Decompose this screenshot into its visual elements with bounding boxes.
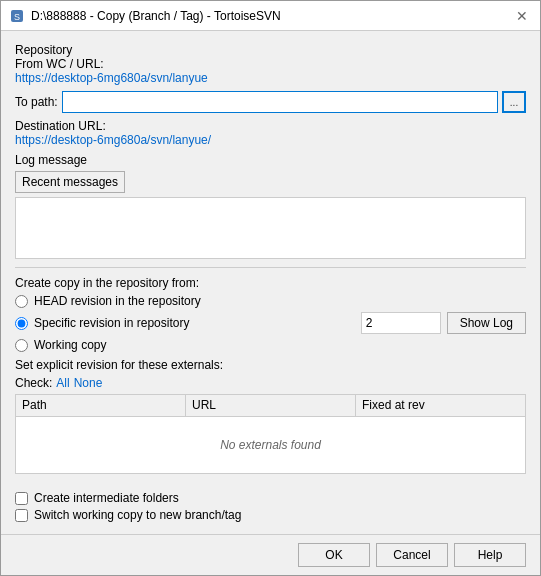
revision-input[interactable] [361, 312, 441, 334]
footer: OK Cancel Help [1, 534, 540, 575]
from-url: https://desktop-6mg680a/svn/lanyue [15, 71, 526, 85]
to-label: To path: [15, 95, 58, 109]
specific-revision-row: Specific revision in repository Show Log [15, 312, 526, 334]
log-label: Log message [15, 153, 526, 167]
bottom-checkboxes: Create intermediate folders Switch worki… [15, 487, 526, 522]
destination-label: Destination URL: [15, 119, 526, 133]
working-copy-label: Working copy [34, 338, 106, 352]
to-path-row: To path: ... [15, 91, 526, 113]
divider [15, 267, 526, 268]
svg-text:S: S [14, 12, 20, 22]
col-url: URL [186, 395, 356, 416]
table-body-empty: No externals found [16, 417, 525, 473]
close-button[interactable]: ✕ [512, 6, 532, 26]
title-bar: S D:\888888 - Copy (Branch / Tag) - Tort… [1, 1, 540, 31]
check-label: Check: [15, 376, 52, 390]
table-header: Path URL Fixed at rev [16, 395, 525, 417]
help-button[interactable]: Help [454, 543, 526, 567]
all-link[interactable]: All [56, 376, 69, 390]
repository-label: Repository [15, 43, 526, 57]
main-window: S D:\888888 - Copy (Branch / Tag) - Tort… [0, 0, 541, 576]
copy-section: Create copy in the repository from: HEAD… [15, 276, 526, 352]
specific-revision-radio[interactable] [15, 317, 28, 330]
working-copy-row: Working copy [15, 338, 526, 352]
externals-label: Set explicit revision for these external… [15, 358, 223, 372]
head-revision-label: HEAD revision in the repository [34, 294, 201, 308]
log-section: Log message Recent messages [15, 153, 526, 259]
recent-messages-button[interactable]: Recent messages [15, 171, 125, 193]
to-path-input[interactable] [62, 91, 498, 113]
working-copy-radio[interactable] [15, 339, 28, 352]
switch-working-copy-row: Switch working copy to new branch/tag [15, 508, 526, 522]
head-revision-radio[interactable] [15, 295, 28, 308]
specific-revision-label: Specific revision in repository [34, 316, 189, 330]
ok-button[interactable]: OK [298, 543, 370, 567]
show-log-button[interactable]: Show Log [447, 312, 526, 334]
from-label: From WC / URL: [15, 57, 526, 71]
cancel-button[interactable]: Cancel [376, 543, 448, 567]
intermediate-folders-row: Create intermediate folders [15, 491, 526, 505]
app-icon: S [9, 8, 25, 24]
log-textarea[interactable] [15, 197, 526, 259]
empty-label: No externals found [220, 438, 321, 452]
head-revision-row: HEAD revision in the repository [15, 294, 526, 308]
window-title: D:\888888 - Copy (Branch / Tag) - Tortoi… [31, 9, 281, 23]
browse-button[interactable]: ... [502, 91, 526, 113]
specific-revision-radio-row: Specific revision in repository [15, 316, 189, 330]
dialog-content: Repository From WC / URL: https://deskto… [1, 31, 540, 534]
destination-url: https://desktop-6mg680a/svn/lanyue/ [15, 133, 526, 147]
copy-section-label: Create copy in the repository from: [15, 276, 526, 290]
externals-table: Path URL Fixed at rev No externals found [15, 394, 526, 474]
switch-working-copy-label: Switch working copy to new branch/tag [34, 508, 241, 522]
destination-section: Destination URL: https://desktop-6mg680a… [15, 119, 526, 147]
title-bar-left: S D:\888888 - Copy (Branch / Tag) - Tort… [9, 8, 281, 24]
col-fixed: Fixed at rev [356, 395, 525, 416]
none-link[interactable]: None [74, 376, 103, 390]
externals-header: Set explicit revision for these external… [15, 358, 526, 372]
check-row: Check: All None [15, 376, 526, 390]
externals-section: Set explicit revision for these external… [15, 358, 526, 474]
switch-working-copy-checkbox[interactable] [15, 509, 28, 522]
intermediate-folders-label: Create intermediate folders [34, 491, 179, 505]
repository-section: Repository From WC / URL: https://deskto… [15, 43, 526, 85]
col-path: Path [16, 395, 186, 416]
intermediate-folders-checkbox[interactable] [15, 492, 28, 505]
